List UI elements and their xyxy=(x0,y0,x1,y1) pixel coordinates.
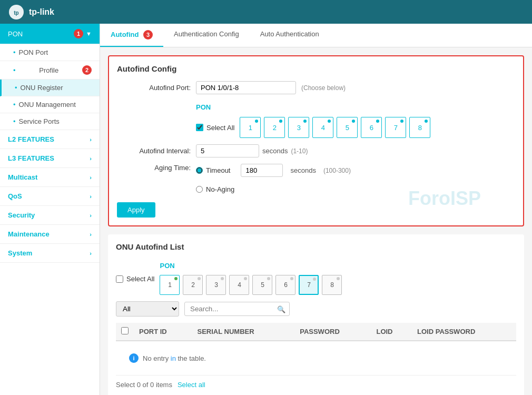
sidebar-onu-management-label: ONU Management xyxy=(19,101,76,108)
onu-list-pon-btn-2[interactable]: 2 xyxy=(183,275,203,295)
table-footer: Select 0 of 0 items Select all xyxy=(116,376,516,394)
header: tp tp-link xyxy=(0,0,532,24)
sidebar-pon-port-label: PON Port xyxy=(19,48,48,56)
no-aging-option: No-Aging xyxy=(196,185,351,193)
interval-range-hint: (1-10) xyxy=(291,147,308,155)
tab-auto-auth[interactable]: Auto Authentication xyxy=(250,24,330,47)
logo: tp tp-link xyxy=(8,4,54,21)
col-serial-number: SERIAL NUMBER xyxy=(192,323,295,341)
sidebar-item-qos[interactable]: QoS › xyxy=(0,187,100,206)
aging-time-label: Aging Time: xyxy=(117,164,191,172)
autofind-port-row: Autofind Port: (Choose below) xyxy=(117,81,515,94)
multicast-label: Multicast xyxy=(8,173,37,181)
select-all-link[interactable]: Select all xyxy=(178,381,205,389)
logo-text: tp-link xyxy=(29,7,54,17)
select-all-check-label[interactable]: Select All xyxy=(196,124,234,132)
onu-autofind-list-section: ONU Autofind List Select All PON 1 2 3 4 xyxy=(108,234,524,395)
system-label: System xyxy=(8,249,32,257)
sidebar-item-service-ports[interactable]: Service Ports xyxy=(0,113,100,130)
sidebar-item-onu-management[interactable]: ONU Management xyxy=(0,96,100,113)
sidebar-item-profile[interactable]: Profile 2 xyxy=(0,61,100,80)
layout: PON 1 ▼ PON Port Profile 2 ONU Register … xyxy=(0,24,532,395)
select-all-checkbox[interactable] xyxy=(196,124,203,131)
timeout-range-hint: (100-300) xyxy=(323,167,351,174)
pon-header-label: PON xyxy=(196,103,430,111)
sidebar-item-maintenance[interactable]: Maintenance › xyxy=(0,225,100,244)
pon-btn-2[interactable]: 2 xyxy=(264,117,285,138)
sidebar-service-ports-label: Service Ports xyxy=(19,117,60,125)
select-count-text: Select 0 of 0 items xyxy=(116,381,172,389)
sidebar-item-system[interactable]: System › xyxy=(0,244,100,263)
sidebar-onu-register-label: ONU Register xyxy=(21,84,63,92)
security-chevron-icon: › xyxy=(90,212,92,219)
empty-state-cell: i No entry in the table. xyxy=(116,341,516,376)
timeout-seconds-unit: seconds xyxy=(290,166,316,174)
onu-list-pon-btn-5[interactable]: 5 xyxy=(252,275,272,295)
no-aging-radio-label[interactable]: No-Aging xyxy=(196,185,351,193)
onu-list-pon-btn-4[interactable]: 4 xyxy=(229,275,249,295)
onu-list-pon-btn-7[interactable]: 7 xyxy=(299,275,319,295)
pon-btn-4[interactable]: 4 xyxy=(312,117,333,138)
sidebar-item-onu-register[interactable]: ONU Register xyxy=(0,80,100,96)
sidebar-item-security[interactable]: Security › xyxy=(0,206,100,225)
onu-list-pon-btn-8[interactable]: 8 xyxy=(322,275,342,295)
autofind-port-label: Autofind Port: xyxy=(117,84,191,92)
onu-autofind-table: PORT ID SERIAL NUMBER PASSWORD LOID LOID… xyxy=(116,323,516,376)
onu-list-select-all-checkbox[interactable] xyxy=(116,275,123,283)
pon-btn-6[interactable]: 6 xyxy=(361,117,382,138)
sidebar-item-l3-features[interactable]: L3 FEATURES › xyxy=(0,149,100,168)
interval-inputs: seconds (1-10) xyxy=(196,144,308,157)
timeout-option: Timeout seconds (100-300) xyxy=(196,164,351,177)
sidebar-item-multicast[interactable]: Multicast › xyxy=(0,168,100,187)
no-aging-text: No-Aging xyxy=(206,185,234,193)
onu-list-select-all-label[interactable]: Select All xyxy=(116,275,154,283)
timeout-radio-label[interactable]: Timeout xyxy=(196,166,230,174)
autofind-badge: 3 xyxy=(143,30,153,39)
apply-button[interactable]: Apply xyxy=(117,202,155,218)
filter-select[interactable]: All xyxy=(116,301,179,317)
main-content: Autofind 3 Authentication Config Auto Au… xyxy=(100,24,532,395)
pon-btn-7[interactable]: 7 xyxy=(385,117,406,138)
tab-autofind-label: Autofind xyxy=(111,31,139,38)
sidebar-item-l2-features[interactable]: L2 FEATURES › xyxy=(0,130,100,149)
sidebar-pon-label: PON xyxy=(8,30,23,38)
l3-features-label: L3 FEATURES xyxy=(8,154,54,162)
svg-text:tp: tp xyxy=(14,10,18,16)
sidebar-item-pon-port[interactable]: PON Port xyxy=(0,44,100,61)
autofind-interval-row: Autofind Interval: seconds (1-10) xyxy=(117,144,515,157)
tab-auth-config[interactable]: Authentication Config xyxy=(163,24,250,47)
l3-chevron-icon: › xyxy=(90,155,92,162)
no-aging-radio[interactable] xyxy=(196,186,203,193)
pon-btn-3[interactable]: 3 xyxy=(288,117,309,138)
tabs-bar: Autofind 3 Authentication Config Auto Au… xyxy=(100,24,532,47)
highlight-in: in xyxy=(171,354,176,362)
timeout-radio[interactable] xyxy=(196,167,203,174)
pon-btn-1[interactable]: 1 xyxy=(240,117,261,138)
onu-list-pon-btn-1[interactable]: 1 xyxy=(160,275,180,295)
security-label: Security xyxy=(8,211,35,219)
table-select-all-checkbox[interactable] xyxy=(121,327,129,334)
l2-features-label: L2 FEATURES xyxy=(8,135,54,143)
maintenance-label: Maintenance xyxy=(8,230,50,238)
empty-state-row: i No entry in the table. xyxy=(116,341,516,376)
pon-btn-8[interactable]: 8 xyxy=(409,117,430,138)
tab-autofind[interactable]: Autofind 3 xyxy=(100,24,163,47)
pon-chevron-icon: ▼ xyxy=(86,31,92,37)
autofind-interval-input[interactable] xyxy=(196,144,259,157)
tp-link-logo-icon: tp xyxy=(8,4,25,21)
pon-badge: 1 xyxy=(74,29,83,38)
onu-list-pon-row: Select All PON 1 2 3 4 5 6 7 8 xyxy=(116,259,516,295)
pon-btn-5[interactable]: 5 xyxy=(337,117,358,138)
onu-list-pon-btn-6[interactable]: 6 xyxy=(275,275,295,295)
autofind-port-input[interactable] xyxy=(196,81,296,94)
col-port-id: PORT ID xyxy=(134,323,192,341)
onu-list-pon-btn-3[interactable]: 3 xyxy=(206,275,226,295)
col-loid-password: LOID PASSWORD xyxy=(412,323,516,341)
system-chevron-icon: › xyxy=(90,250,92,256)
sidebar-item-pon[interactable]: PON 1 ▼ xyxy=(0,24,100,44)
empty-message: No entry in the table. xyxy=(143,354,206,362)
timeout-value-input[interactable] xyxy=(241,164,283,177)
content-area: Autofind Config Autofind Port: (Choose b… xyxy=(100,47,532,395)
col-password: PASSWORD xyxy=(294,323,371,341)
search-input[interactable] xyxy=(184,302,290,316)
